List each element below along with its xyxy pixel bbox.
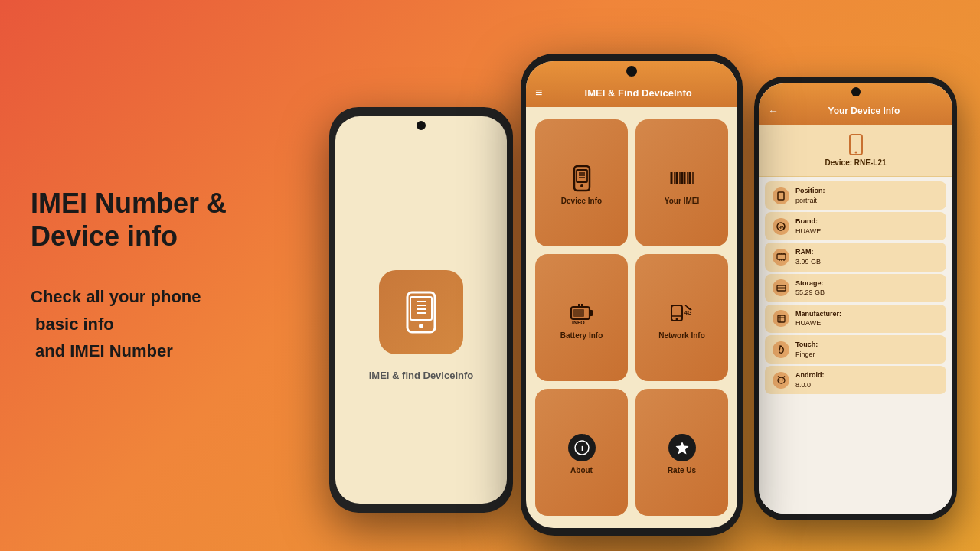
- phone-right-body: ← Your Device Info Device: RNE-L21: [754, 77, 957, 520]
- phone-header-icon: [845, 134, 867, 155]
- info-row-ram: RAM:3.99 GB: [765, 243, 946, 271]
- center-app-bar-title: IMEI & Find DeviceInfo: [548, 87, 728, 99]
- svg-rect-24: [573, 309, 584, 317]
- battery-info-button[interactable]: INFO Battery Info: [535, 254, 628, 381]
- app-icon-large: [379, 270, 463, 354]
- brand-text: Brand:HUAWEI: [795, 217, 823, 236]
- phone-right-notch: [851, 87, 861, 96]
- svg-text:INFO: INFO: [572, 320, 585, 325]
- svg-rect-43: [777, 254, 786, 259]
- device-info-label: Device Info: [561, 197, 602, 205]
- svg-marker-37: [675, 442, 688, 455]
- network-icon: 4G: [668, 299, 696, 327]
- imei-label: Your IMEI: [665, 197, 699, 205]
- left-section: IMEI Number &Device info Check all your …: [0, 156, 283, 395]
- svg-text:i: i: [581, 444, 583, 452]
- svg-rect-40: [778, 192, 784, 200]
- svg-point-6: [419, 324, 423, 328]
- svg-line-58: [778, 377, 779, 378]
- phone-center-body: ≡ IMEI & Find DeviceInfo: [521, 54, 743, 536]
- about-icon-circle: i: [568, 434, 596, 461]
- battery-icon: INFO: [568, 299, 596, 327]
- star-icon-circle: [668, 434, 696, 461]
- phone-left-notch: [416, 121, 426, 130]
- svg-text:HW: HW: [779, 225, 786, 230]
- info-row-touch: Touch:Finger: [765, 335, 946, 364]
- main-title: IMEI Number &Device info: [31, 187, 260, 253]
- ram-text: RAM:3.99 GB: [795, 247, 821, 266]
- phone-right-screen: ← Your Device Info Device: RNE-L21: [759, 83, 952, 514]
- info-icon: i: [574, 440, 590, 455]
- imei-icon: [668, 165, 696, 192]
- device-info-icon: [568, 165, 596, 192]
- info-row-storage: Storage:55.29 GB: [765, 274, 946, 302]
- about-button[interactable]: i About: [535, 389, 628, 516]
- android-icon: [773, 372, 789, 389]
- position-text: Position:portrait: [795, 186, 825, 205]
- phone-center-notch: [626, 66, 637, 77]
- svg-text:4G: 4G: [684, 310, 692, 315]
- phone-left-label: IMEI & find DeviceInfo: [369, 370, 474, 381]
- svg-rect-52: [778, 315, 785, 322]
- back-arrow[interactable]: ←: [768, 105, 779, 117]
- touch-icon: [773, 341, 789, 358]
- phone-left-content: IMEI & find DeviceInfo: [354, 255, 489, 396]
- sub-title: Check all your phone basic info and IMEI…: [31, 283, 260, 364]
- phone-center: ≡ IMEI & Find DeviceInfo: [521, 54, 743, 536]
- info-row-position: Position:portrait: [765, 181, 946, 210]
- device-name: Device: RNE-L21: [825, 158, 886, 167]
- manufacturer-icon: [773, 310, 789, 327]
- svg-point-55: [778, 377, 785, 383]
- network-label: Network Info: [658, 331, 705, 340]
- battery-label: Battery Info: [560, 331, 603, 340]
- grid-container: Device Info: [526, 107, 737, 528]
- manufacturer-text: Manufacturer:HUAWEI: [795, 309, 841, 328]
- svg-rect-8: [577, 170, 587, 182]
- touch-text: Touch:Finger: [795, 340, 818, 359]
- brand-icon: HW: [773, 218, 789, 235]
- storage-icon: [773, 279, 789, 296]
- phone-icon-large: [398, 289, 444, 335]
- info-row-brand: HW Brand:HUAWEI: [765, 212, 946, 240]
- device-header: Device: RNE-L21: [759, 125, 952, 177]
- phones-container: IMEI & find DeviceInfo ≡ IMEI & Find Dev…: [283, 0, 980, 551]
- phone-left-screen: IMEI & find DeviceInfo: [335, 116, 507, 504]
- phone-center-screen: ≡ IMEI & Find DeviceInfo: [526, 61, 737, 528]
- svg-point-56: [779, 380, 780, 381]
- android-text: Android:8.0.0: [795, 370, 825, 390]
- svg-point-57: [782, 380, 783, 381]
- storage-text: Storage:55.29 GB: [795, 279, 825, 298]
- star-icon: [675, 440, 690, 455]
- position-icon: [773, 187, 789, 204]
- info-row-manufacturer: Manufacturer:HUAWEI: [765, 305, 946, 333]
- hamburger-icon[interactable]: ≡: [535, 86, 542, 99]
- info-row-android: Android:8.0.0: [765, 366, 946, 394]
- svg-point-39: [854, 152, 857, 154]
- info-list: Position:portrait HW Brand:HUAWEI: [759, 177, 952, 514]
- device-info-button[interactable]: Device Info: [535, 119, 628, 246]
- phone-right: ← Your Device Info Device: RNE-L21: [754, 77, 957, 520]
- svg-point-30: [675, 318, 678, 320]
- rate-us-label: Rate Us: [668, 466, 696, 474]
- phone-left: IMEI & find DeviceInfo: [329, 107, 513, 513]
- about-label: About: [570, 466, 593, 474]
- svg-point-9: [580, 184, 583, 187]
- svg-line-59: [783, 377, 785, 378]
- network-info-button[interactable]: 4G Network Info: [635, 254, 728, 381]
- ram-icon: [773, 249, 789, 266]
- rate-us-button[interactable]: Rate Us: [635, 389, 728, 516]
- svg-rect-23: [590, 310, 593, 316]
- your-imei-button[interactable]: Your IMEI: [635, 119, 728, 246]
- right-app-bar-title: Your Device Info: [785, 106, 943, 116]
